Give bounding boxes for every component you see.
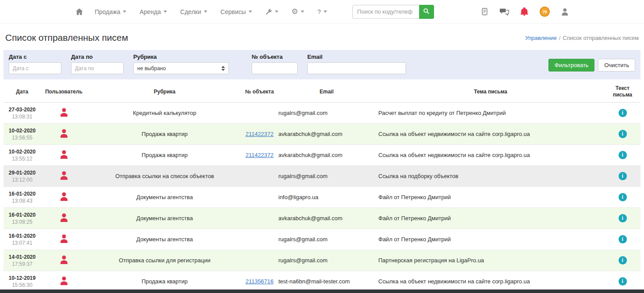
- object-link[interactable]: 211356716: [246, 278, 274, 285]
- row-subject: Расчет выплат по кредиту от Петренко Дми…: [377, 103, 605, 124]
- filter-date-from-label: Дата с: [9, 54, 61, 60]
- user-person-icon[interactable]: [60, 129, 68, 138]
- user-person-icon[interactable]: [60, 108, 68, 117]
- row-rubric: Продажа квартир: [87, 271, 242, 292]
- email-input[interactable]: [307, 62, 406, 74]
- balance-badge[interactable]: 79: [540, 7, 550, 17]
- row-rubric: Отправка ссылки на список объектов: [87, 166, 242, 187]
- row-date: 16-01-2020: [5, 212, 39, 218]
- object-number-input[interactable]: [252, 62, 298, 74]
- date-from-input[interactable]: [9, 62, 61, 74]
- info-icon[interactable]: i: [619, 151, 627, 159]
- row-date: 27-03-2020: [5, 107, 39, 113]
- menu-tools[interactable]: [265, 8, 278, 15]
- filter-rubric-label: Рубрика: [133, 54, 229, 60]
- user-person-icon[interactable]: [60, 192, 68, 201]
- breadcrumb: Управление/Список отправленных писем: [525, 35, 639, 41]
- row-rubric: Продажа квартир: [87, 124, 242, 145]
- chevron-down-icon: [204, 11, 207, 13]
- menu-rent-label: Аренда: [139, 8, 161, 15]
- row-rubric: Продажа квартир: [87, 145, 242, 166]
- clear-button[interactable]: Очистить: [598, 59, 635, 71]
- filter-buttons: Фильтровать Очистить: [548, 59, 635, 71]
- info-icon[interactable]: i: [619, 172, 627, 180]
- user-person-icon[interactable]: [60, 171, 68, 180]
- info-icon[interactable]: i: [619, 277, 627, 286]
- row-subject: Ссылка на подборку объектов: [377, 166, 605, 187]
- row-email: avkarabchuk@gmail.com: [277, 124, 377, 145]
- filter-button[interactable]: Фильтровать: [548, 59, 594, 71]
- filter-email-group: Email: [307, 54, 406, 74]
- user-person-icon[interactable]: [60, 150, 68, 159]
- table-row: 10-02-2020 13:55:12 Продажа квартир 2114…: [4, 145, 640, 166]
- table-body: 27-03-2020 13:08:31 Кредитный калькулято…: [4, 103, 640, 292]
- user-person-icon[interactable]: [60, 213, 68, 222]
- breadcrumb-current: Список отправленных писем: [563, 35, 639, 41]
- filter-object-label: № объекта: [252, 54, 298, 60]
- info-icon[interactable]: i: [619, 109, 627, 117]
- row-time: 13:08:43: [5, 198, 39, 204]
- filter-panel: Дата с Дата по Рубрика не выбрано № объе…: [4, 50, 640, 79]
- rubric-select-value: не выбрано: [137, 65, 166, 71]
- header-email: Email: [277, 81, 377, 103]
- gear-icon: ⚙: [292, 8, 298, 15]
- row-email: avkarabchuk@gmail.com: [277, 145, 377, 166]
- info-icon[interactable]: i: [619, 235, 627, 243]
- menu-services[interactable]: Сервисы: [221, 8, 252, 15]
- table-header-row: Дата Пользователь Рубрика № объекта Emai…: [4, 81, 640, 103]
- row-date: 16-01-2020: [5, 233, 39, 239]
- page-title: Список отправленных писем: [5, 32, 128, 43]
- row-time: 13:55:12: [5, 156, 39, 162]
- row-rubric: Кредитный калькулятор: [87, 103, 242, 124]
- bell-icon[interactable]: [520, 7, 528, 16]
- search-input[interactable]: [352, 5, 419, 19]
- breadcrumb-separator: /: [559, 35, 561, 41]
- row-subject: Файл от Петренко Дмитрий: [377, 187, 605, 208]
- info-icon[interactable]: i: [619, 130, 627, 138]
- filter-email-label: Email: [307, 54, 406, 60]
- info-icon[interactable]: i: [619, 193, 627, 201]
- row-rubric: Документы агентства: [87, 229, 242, 250]
- search-button[interactable]: [419, 5, 434, 19]
- breadcrumb-link-management[interactable]: Управление: [525, 35, 557, 41]
- user-person-icon[interactable]: [60, 255, 68, 264]
- menu-settings[interactable]: ⚙: [292, 8, 304, 15]
- row-email: rugalrs@gmail.com: [277, 103, 377, 124]
- menu-sale[interactable]: Продажа: [95, 8, 126, 15]
- row-email: info@ligapro.ua: [277, 187, 377, 208]
- info-icon[interactable]: i: [619, 214, 627, 222]
- menu-sale-label: Продажа: [95, 8, 120, 15]
- row-time: 17:59:37: [5, 261, 39, 267]
- user-person-icon[interactable]: [60, 234, 68, 243]
- object-link[interactable]: 211422372: [246, 131, 274, 137]
- menu-help[interactable]: ?: [317, 8, 327, 15]
- menu-rent[interactable]: Аренда: [139, 8, 167, 15]
- rubric-select[interactable]: не выбрано: [133, 62, 229, 74]
- row-email: rugalrs@gmail.com: [277, 250, 377, 271]
- wrench-icon: [265, 8, 272, 15]
- row-email: test-na6bn@mail-tester.com: [277, 271, 377, 292]
- user-person-icon[interactable]: [60, 276, 68, 285]
- user-icon[interactable]: [561, 8, 569, 16]
- help-label: ?: [317, 8, 321, 15]
- chevron-down-icon: [324, 11, 327, 13]
- menu-deals[interactable]: Сделки: [180, 8, 207, 15]
- journal-icon[interactable]: [481, 8, 488, 15]
- row-subject: Ссылка на объект недвижимости на сайте c…: [377, 271, 605, 292]
- home-icon[interactable]: [75, 8, 83, 16]
- row-subject: Файл от Петренко Дмитрий: [377, 208, 605, 229]
- row-time: 13:08:31: [5, 114, 39, 120]
- object-link[interactable]: 211422372: [246, 152, 274, 158]
- filter-object-group: № объекта: [252, 54, 298, 74]
- row-subject: Ссылка на объект недвижимости на сайте c…: [377, 124, 605, 145]
- header-object: № объекта: [242, 81, 277, 103]
- chevron-down-icon: [123, 11, 126, 13]
- row-time: 13:56:55: [5, 135, 39, 141]
- table-row: 16-01-2020 13:08:25 Документы агентства …: [4, 208, 640, 229]
- table-row: 10-12-2019 15:56:30 Продажа квартир 2113…: [4, 271, 640, 292]
- date-to-input[interactable]: [71, 62, 124, 74]
- chat-icon[interactable]: [500, 8, 509, 16]
- table-row: 16-01-2020 13:08:43 Документы агентства …: [4, 187, 640, 208]
- info-icon[interactable]: i: [619, 256, 627, 264]
- row-time: 13:12:00: [5, 177, 39, 183]
